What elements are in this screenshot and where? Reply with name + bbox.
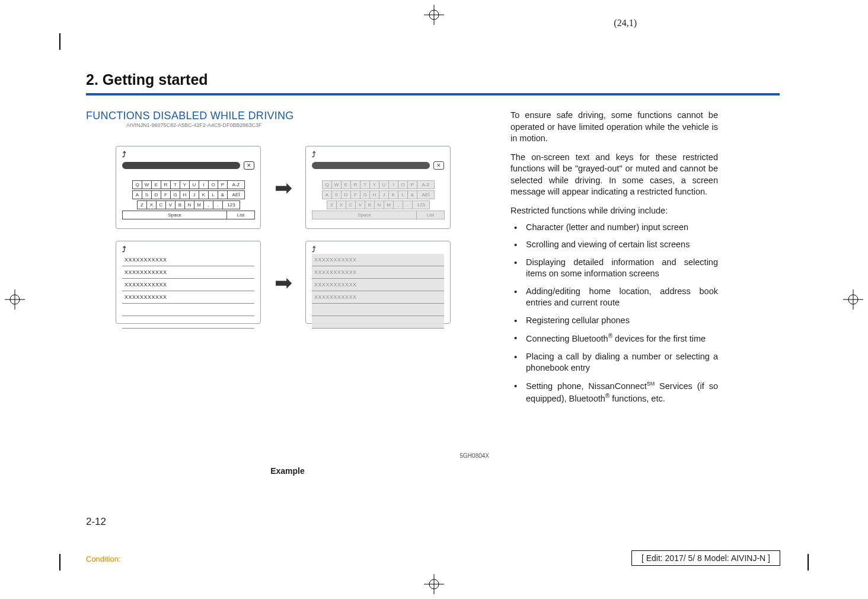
- paragraph: Restricted functions while driving inclu…: [510, 205, 718, 217]
- title-rule: [86, 93, 780, 95]
- key-h: H: [180, 190, 190, 199]
- key-k: K: [199, 190, 209, 199]
- edit-stamp: [ Edit: 2017/ 5/ 8 Model: AIVINJ-N ]: [631, 550, 780, 566]
- guid-code: AIVINJN1-96075C82-A5BC-42F2-A4C5-DF0BB28…: [126, 122, 489, 128]
- key-l: L: [208, 190, 218, 199]
- key-n: N: [374, 200, 384, 209]
- search-bar: ✕: [122, 161, 254, 170]
- trim-tick: [808, 554, 809, 571]
- key-.: .: [213, 200, 223, 209]
- bullet-item: Connecting Bluetooth® devices for the fi…: [510, 332, 718, 345]
- bullet-item: Adding/editing home location, address bo…: [510, 286, 718, 309]
- section-heading: FUNCTIONS DISABLED WHILE DRIVING: [86, 110, 489, 122]
- bullet-item: Setting phone, NissanConnectSM Services …: [510, 380, 718, 405]
- key-a: A: [132, 190, 142, 199]
- key-v: V: [165, 200, 175, 209]
- key-f: F: [350, 190, 360, 199]
- key-s: S: [331, 190, 342, 199]
- key-c: C: [346, 200, 356, 209]
- key-p: P: [218, 180, 228, 189]
- key-n: N: [184, 200, 194, 209]
- keyboard-panel-dimmed: ⤴ ✕ QWERTYUIOPA-ZASDFGHJKL&AËÎZXCVBNM,.1…: [305, 146, 451, 229]
- back-icon: ⤴: [122, 245, 254, 254]
- key-123: 123: [222, 200, 240, 209]
- key-d: D: [341, 190, 351, 199]
- bullet-item: Character (letter and number) input scre…: [510, 222, 718, 234]
- paragraph: To ensure safe driving, some functions c…: [510, 110, 718, 145]
- crop-mark-right: [843, 289, 863, 310]
- list-row: XXXXXXXXXXX: [312, 279, 444, 291]
- key-x: X: [336, 200, 346, 209]
- list-dimmed: XXXXXXXXXXXXXXXXXXXXXXXXXXXXXXXXXXXXXXXX…: [312, 254, 444, 329]
- list-row-blank: .: [312, 304, 444, 316]
- key-b: B: [365, 200, 375, 209]
- keyboard-row: QWERTYUIOPA-Z: [312, 180, 444, 189]
- list-row-blank: .: [312, 316, 444, 329]
- key-i: I: [388, 180, 398, 189]
- list-row: XXXXXXXXXXX: [312, 254, 444, 266]
- list-row: XXXXXXXXXXX: [122, 266, 254, 279]
- key-z: Z: [327, 200, 337, 209]
- list-row-blank: .: [122, 316, 254, 329]
- bullet-item: Registering cellular phones: [510, 315, 718, 327]
- keyboard-bottom-row: SpaceList: [312, 211, 444, 219]
- list-row: XXXXXXXXXXX: [122, 291, 254, 304]
- search-bar: ✕: [312, 161, 444, 170]
- key-p: P: [407, 180, 417, 189]
- key-t: T: [170, 180, 180, 189]
- key-space: Space: [122, 211, 227, 219]
- page-body: 2. Getting started FUNCTIONS DISABLED WH…: [86, 71, 780, 476]
- key-u: U: [379, 180, 389, 189]
- arrow-right-icon: ➡: [275, 270, 292, 295]
- image-id: 5GH0804X: [460, 453, 489, 459]
- list-row: XXXXXXXXXXX: [312, 291, 444, 304]
- key-r: R: [161, 180, 171, 189]
- bullet-item: Placing a call by dialing a number or se…: [510, 351, 718, 374]
- key-,: ,: [203, 200, 213, 209]
- key-space: Space: [312, 211, 417, 219]
- key-list: List: [416, 211, 445, 219]
- key-w: W: [142, 180, 152, 189]
- key-r: R: [350, 180, 360, 189]
- key-o: O: [398, 180, 408, 189]
- key-d: D: [151, 190, 161, 199]
- example-label: Example: [86, 466, 489, 476]
- key-b: B: [175, 200, 185, 209]
- key-f: F: [161, 190, 171, 199]
- key-q: Q: [322, 180, 332, 189]
- key-c: C: [156, 200, 166, 209]
- keyboard-bottom-row: SpaceList: [122, 211, 254, 219]
- back-icon: ⤴: [312, 245, 444, 254]
- key-w: W: [331, 180, 342, 189]
- key-o: O: [208, 180, 218, 189]
- key-&: &: [407, 190, 417, 199]
- list-row: XXXXXXXXXXX: [122, 279, 254, 291]
- key-k: K: [388, 190, 398, 199]
- key-t: T: [360, 180, 370, 189]
- key-v: V: [355, 200, 365, 209]
- list-row-blank: .: [122, 304, 254, 316]
- back-icon: ⤴: [122, 150, 254, 159]
- key-i: I: [199, 180, 209, 189]
- key-aëî: AËÎ: [227, 190, 245, 199]
- two-column-layout: FUNCTIONS DISABLED WHILE DRIVING AIVINJN…: [86, 110, 780, 476]
- list-row: XXXXXXXXXXX: [122, 254, 254, 266]
- keyboard-row: ASDFGHJKL&AËÎ: [312, 190, 444, 199]
- bullet-list: Character (letter and number) input scre…: [510, 222, 718, 405]
- arrow-right-icon: ➡: [275, 176, 292, 200]
- keyboard-dimmed: QWERTYUIOPA-ZASDFGHJKL&AËÎZXCVBNM,.123Sp…: [312, 180, 444, 219]
- list-panel-dimmed: ⤴ XXXXXXXXXXXXXXXXXXXXXXXXXXXXXXXXXXXXXX…: [305, 241, 451, 324]
- key-l: L: [398, 190, 408, 199]
- key-g: G: [360, 190, 370, 199]
- clear-icon: ✕: [244, 161, 254, 170]
- key-j: J: [379, 190, 389, 199]
- clear-icon: ✕: [433, 161, 444, 170]
- key-.: .: [403, 200, 413, 209]
- page-number: 2-12: [86, 516, 106, 528]
- key-123: 123: [412, 200, 430, 209]
- figure-area: ⤴ ✕ QWERTYUIOPA-ZASDFGHJKL&AËÎZXCVBNM,.1…: [86, 146, 489, 395]
- bullet-item: Scrolling and viewing of certain list sc…: [510, 239, 718, 251]
- page-coordinate: (24,1): [614, 18, 637, 28]
- trim-tick: [59, 33, 60, 50]
- keyboard-row: ZXCVBNM,.123: [122, 200, 254, 209]
